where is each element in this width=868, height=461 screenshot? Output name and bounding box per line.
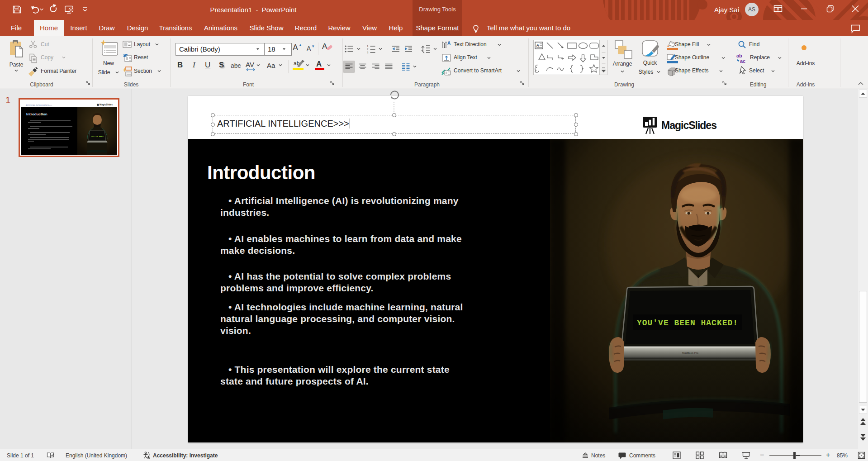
svg-text:ac: ac (740, 58, 745, 63)
svg-text:2: 2 (367, 48, 369, 51)
svg-text:A: A (447, 41, 451, 46)
svg-text:1: 1 (367, 45, 369, 48)
svg-text:ab: ab (736, 53, 742, 58)
svg-text:3: 3 (367, 51, 369, 53)
svg-text:YOU'VE BEEN: YOU'VE BEEN (91, 136, 104, 138)
svg-text:A: A (536, 43, 540, 48)
